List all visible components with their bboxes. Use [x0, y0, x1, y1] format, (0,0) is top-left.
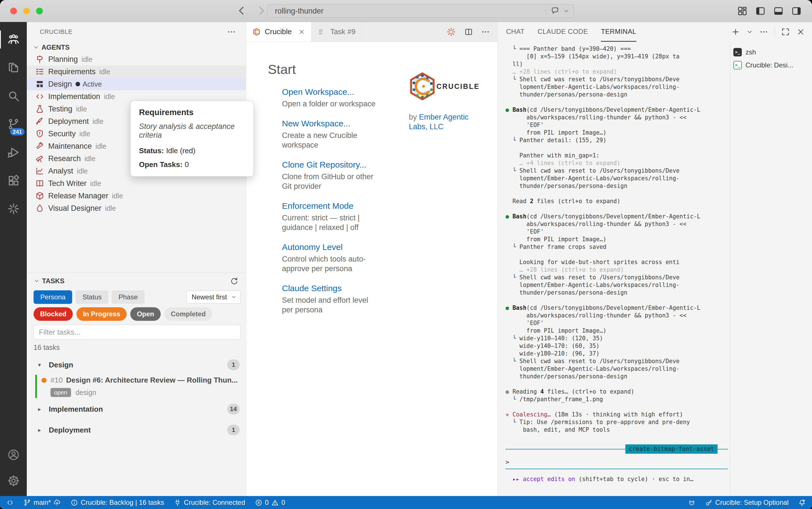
tasks-section-header[interactable]: TASKS [34, 275, 241, 287]
back-arrow-icon[interactable] [236, 5, 248, 16]
task-item[interactable]: #10Design #6: Architecture Review — Roll… [34, 374, 241, 399]
task-group-label: Deployment [49, 426, 91, 435]
task-tag: design [76, 388, 97, 397]
filter-chip-in-progress[interactable]: In Progress [76, 307, 126, 321]
copilot-indicator[interactable] [688, 499, 696, 506]
terminal-line: ● Reading 4 files… (ctrl+o to expand) [506, 388, 728, 396]
problems-indicator[interactable]: 0 0 [255, 499, 285, 506]
editor-more-icon[interactable] [481, 27, 490, 36]
task-group-implementation[interactable]: ▸Implementation14 [34, 403, 241, 416]
refresh-icon[interactable] [229, 276, 238, 285]
filter-chip-completed[interactable]: Completed [164, 307, 212, 321]
close-panel-icon[interactable] [796, 27, 805, 36]
activity-people-icon[interactable] [0, 25, 27, 54]
chevron-down-icon [34, 278, 40, 284]
activity-bar: 241 [0, 22, 27, 496]
terminal-line: └ Shell cwd was reset to /Users/tonygibb… [506, 358, 728, 365]
agent-active-status: Active [76, 80, 102, 88]
notifications-indicator[interactable] [798, 499, 806, 506]
toggle-right-panel-icon[interactable] [791, 6, 802, 16]
agent-item-requirements[interactable]: Requirementsidle [27, 65, 246, 78]
filter-chip-blocked[interactable]: Blocked [34, 307, 73, 321]
activity-search-icon[interactable] [0, 82, 27, 110]
filter-tasks-input[interactable] [34, 325, 241, 339]
group-tab-phase[interactable]: Phase [112, 290, 144, 304]
panel-tab-claude-code[interactable]: CLAUDE CODE [538, 22, 588, 42]
activity-account-icon[interactable] [0, 442, 27, 468]
agent-item-planning[interactable]: Planningidle [27, 53, 246, 65]
toggle-bottom-panel-icon[interactable] [773, 6, 784, 16]
activity-files-icon[interactable] [0, 54, 27, 82]
tooltip-status-value: Idle (red) [166, 146, 195, 155]
minimize-window-button[interactable] [23, 8, 30, 14]
terminal-line: 'EOF' [506, 319, 728, 327]
terminal-dropdown-icon[interactable] [746, 29, 753, 35]
editor-tab-crucible[interactable]: Crucible [246, 22, 311, 41]
terminal-line: lopment/Ember-Agentic-Labs/workspaces/ro… [506, 83, 728, 91]
filter-chip-open[interactable]: Open [130, 307, 160, 321]
terminal-prompt[interactable]: > [506, 458, 728, 466]
sort-select[interactable]: Newest first [186, 291, 241, 304]
claude-spark-icon[interactable] [446, 27, 456, 37]
group-tab-status[interactable]: Status [76, 290, 108, 304]
start-link-autonomy-level[interactable]: Autonomy Level [282, 242, 389, 252]
settings-gear-icon [7, 474, 20, 487]
terminal-instance-zsh[interactable]: >_zsh [733, 46, 810, 59]
start-link-claude-settings[interactable]: Claude Settings [282, 283, 389, 293]
activity-claude-spark-icon[interactable] [0, 195, 27, 223]
terminal-output[interactable]: └ === Panther band (y=390–420) === [0] x… [506, 45, 728, 496]
branch-indicator[interactable]: main* [24, 499, 61, 506]
terminal-instance-list: >_zsh>_Crucible: Desi... [733, 46, 810, 72]
activity-settings-gear-icon[interactable] [0, 468, 27, 494]
group-tab-persona[interactable]: Persona [34, 290, 72, 304]
terminal-instance-crucible-desi[interactable]: >_Crucible: Desi... [733, 59, 810, 72]
task-group-deployment[interactable]: ▸Deployment1 [34, 423, 241, 437]
start-link-open-workspace[interactable]: Open Workspace... [282, 87, 389, 97]
chat-sparkle-icon[interactable] [551, 6, 560, 16]
activity-debug-icon[interactable] [0, 138, 27, 167]
connection-indicator[interactable]: Crucible: Connected [174, 499, 245, 506]
setup-indicator[interactable]: Crucible: Setup Optional [705, 499, 788, 506]
new-terminal-icon[interactable] [731, 27, 740, 36]
chevron-down-icon[interactable] [563, 8, 570, 14]
split-editor-icon[interactable] [464, 27, 473, 36]
maximize-panel-icon[interactable] [781, 27, 790, 36]
task-id: #10 [50, 376, 63, 384]
task-group-design[interactable]: ▾Design1 [34, 358, 241, 371]
remote-indicator[interactable] [6, 499, 14, 506]
terminal-line: ● Bash(cd /Users/tonygibbons/Development… [506, 106, 728, 114]
agent-item-design[interactable]: DesignActive [27, 78, 246, 90]
panel-more-icon[interactable] [759, 27, 768, 36]
agent-item-visual-designer[interactable]: Visual Designeridle [27, 202, 246, 214]
customize-layout-icon[interactable] [737, 6, 748, 16]
close-icon[interactable] [298, 29, 305, 35]
forward-arrow-icon[interactable] [255, 5, 267, 16]
agents-section-header[interactable]: AGENTS [27, 42, 246, 53]
terminal-line: ✳ Coalescing… (18m 13s · thinking with h… [506, 411, 728, 418]
agent-label: Tech Writer [48, 179, 86, 188]
toggle-left-panel-icon[interactable] [755, 6, 766, 16]
more-actions-icon[interactable] [227, 27, 236, 37]
agent-item-tech-writer[interactable]: Tech Writeridle [27, 177, 246, 190]
agent-label: Design [48, 80, 72, 89]
editor-tab-task-9[interactable]: Task #9 [311, 22, 362, 41]
activity-extensions-icon[interactable] [0, 167, 27, 195]
svg-text:CRUCIBLE: CRUCIBLE [437, 82, 479, 90]
agent-item-release-manager[interactable]: Release Manageridle [27, 190, 246, 202]
close-window-button[interactable] [10, 8, 17, 14]
debug-icon [7, 146, 20, 159]
terminal-line: thunder/personas/persona-design [506, 373, 728, 380]
start-link-clone-git-repository[interactable]: Clone Git Repository... [282, 160, 389, 170]
activity-source-control-icon[interactable]: 241 [0, 110, 27, 138]
backlog-indicator[interactable]: Crucible: Backlog | 16 tasks [71, 499, 164, 506]
panel-tab-chat[interactable]: CHAT [506, 22, 525, 42]
start-link-enforcement-mode[interactable]: Enforcement Mode [282, 201, 389, 211]
agent-status: idle [77, 167, 88, 175]
warnings-icon [271, 499, 279, 506]
book-icon [35, 179, 44, 188]
panel-tab-terminal[interactable]: TERMINAL [601, 22, 636, 42]
workspace-search-field[interactable]: rolling-thunder [267, 4, 574, 18]
start-link-new-workspace[interactable]: New Workspace... [282, 119, 389, 128]
zoom-window-button[interactable] [36, 8, 43, 14]
start-link-group: Clone Git Repository...Clone from GitHub… [268, 160, 389, 191]
